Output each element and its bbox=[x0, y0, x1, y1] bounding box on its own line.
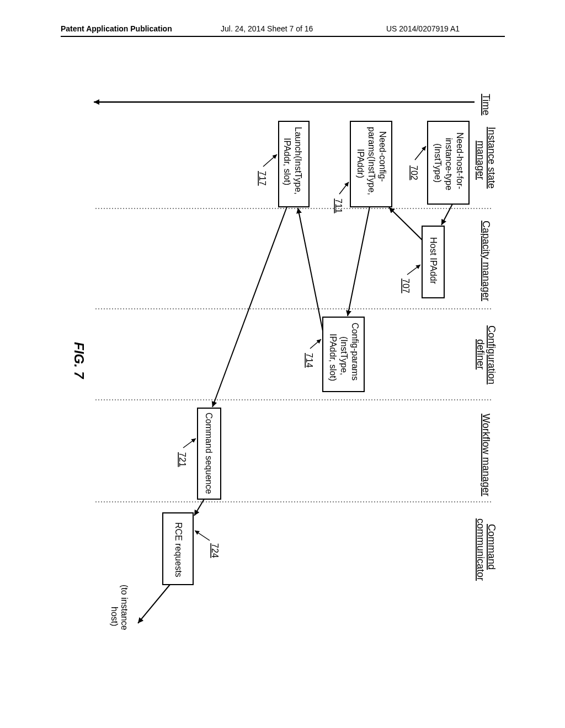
box-702-l2: instance-type bbox=[444, 138, 454, 190]
ref-717: 717 bbox=[258, 171, 267, 186]
leader-721 bbox=[183, 438, 196, 448]
leader-714 bbox=[310, 339, 321, 349]
col-capacity: Capacity manager bbox=[481, 221, 492, 301]
col-config-2: definer bbox=[475, 339, 486, 370]
box-717-l1: Launch(InstType, bbox=[294, 127, 303, 195]
leader-724 bbox=[195, 531, 210, 540]
to-instance-2: host) bbox=[110, 607, 119, 627]
leader-711 bbox=[339, 182, 349, 194]
box-711-l2: params(InstType, bbox=[367, 127, 376, 195]
arrow-724-out bbox=[138, 585, 170, 623]
ref-711: 711 bbox=[334, 199, 343, 213]
leader-717 bbox=[263, 154, 277, 167]
to-instance-1: (to instance bbox=[120, 585, 129, 630]
ref-707: 707 bbox=[401, 279, 411, 293]
box-707-l1: Host IPAddr bbox=[429, 237, 438, 285]
box-714-l1: Config-params bbox=[350, 323, 360, 381]
ref-702: 702 bbox=[409, 165, 419, 180]
ref-714: 714 bbox=[305, 353, 314, 368]
col-instance-state-1: Instance state bbox=[486, 127, 497, 189]
box-714-l3: IPAddr, slot) bbox=[328, 334, 338, 381]
col-instance-state-2: manager bbox=[475, 141, 486, 180]
leader-707 bbox=[407, 265, 420, 275]
header-rule bbox=[61, 36, 505, 37]
ref-721: 721 bbox=[178, 452, 187, 467]
ref-724: 724 bbox=[210, 543, 220, 558]
col-command-2: communicator bbox=[475, 518, 486, 581]
box-711-l3: IPAddr) bbox=[356, 149, 365, 178]
arrow-707-711 bbox=[389, 207, 422, 240]
header-right: US 2014/0207919 A1 bbox=[386, 24, 460, 33]
col-workflow: Workflow manager bbox=[481, 414, 492, 496]
box-724-l1: RCE requests bbox=[174, 522, 183, 577]
diagram-rotated: Time Instance state manager Capacity man… bbox=[0, 88, 502, 529]
box-702-l1: Need-host-for- bbox=[455, 132, 465, 189]
box-721-l1: Command sequence bbox=[204, 413, 214, 494]
page-container: Patent Application Publication Jul. 24, … bbox=[0, 0, 565, 728]
box-714-l2: (InstType, bbox=[339, 336, 349, 375]
leader-702 bbox=[415, 146, 426, 160]
arrow-714-717 bbox=[298, 208, 323, 331]
box-702-l3: (InstType) bbox=[433, 143, 443, 183]
figure-label: FIG. 7 bbox=[72, 342, 87, 379]
col-command-1: Command bbox=[486, 524, 497, 570]
arrow-702-707 bbox=[441, 204, 452, 225]
diagram-svg: Time Instance state manager Capacity man… bbox=[61, 88, 502, 640]
header-left: Patent Application Publication bbox=[61, 24, 172, 33]
arrow-711-714 bbox=[348, 207, 370, 316]
box-711-l1: Need-config- bbox=[378, 131, 387, 182]
arrow-717-721 bbox=[212, 207, 287, 407]
col-config-1: Configuration bbox=[486, 325, 497, 384]
header-center: Jul. 24, 2014 Sheet 7 of 16 bbox=[221, 24, 313, 33]
col-time: Time bbox=[481, 94, 492, 115]
box-717-l2: IPAddr, slot) bbox=[282, 138, 292, 185]
